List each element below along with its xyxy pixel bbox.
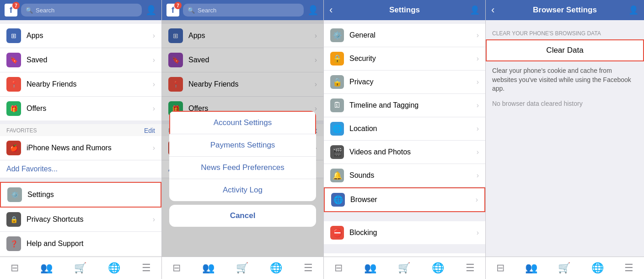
security-label: Security: [349, 55, 477, 63]
offers-icon: 🎁: [6, 101, 21, 116]
clear-data-button[interactable]: Clear Data: [486, 39, 644, 61]
panel1-saved-item[interactable]: 🔖 Saved ›: [0, 48, 161, 72]
p2-tab-menu[interactable]: ☰: [304, 262, 313, 274]
news-feed-item[interactable]: News Feed Preferences: [169, 157, 316, 179]
p2-tab-friends[interactable]: 👥: [202, 262, 215, 274]
blocking-label: Blocking: [349, 229, 477, 237]
help-icon: ❓: [6, 236, 21, 251]
privacy-icon: 🔒: [6, 212, 21, 227]
settings-group-2: ⛔ Blocking ›: [324, 221, 485, 244]
p2-tab-globe[interactable]: 🌐: [270, 262, 282, 274]
chevron-icon: ›: [477, 229, 479, 237]
help-support-item[interactable]: ❓ Help and Support: [0, 232, 161, 256]
cancel-button[interactable]: Cancel: [169, 205, 316, 227]
settings-group-3: 🔔 Notifications › 💬 Text Messaging › 📡 F…: [324, 253, 485, 257]
sounds-row[interactable]: 🔔 Sounds ›: [324, 164, 485, 187]
location-label: Location: [349, 125, 477, 133]
privacy-label: Privacy Shortcuts: [27, 215, 153, 224]
edit-button[interactable]: Edit: [144, 127, 155, 134]
panel1-nearby-item[interactable]: 📍 Nearby Friends ›: [0, 72, 161, 97]
news-feed-label: News Feed Preferences: [201, 163, 284, 172]
panel2-fb-logo-wrap: f 7: [166, 4, 179, 16]
p3-tab-menu[interactable]: ☰: [466, 262, 475, 274]
cancel-label: Cancel: [230, 211, 256, 220]
p4-tab-globe[interactable]: 🌐: [591, 262, 604, 274]
apps-label: Apps: [27, 32, 153, 40]
sounds-icon: 🔔: [330, 169, 344, 182]
panel1-offers-item[interactable]: 🎁 Offers ›: [0, 97, 161, 120]
profile-icon[interactable]: 👤: [470, 5, 480, 15]
privacy-shortcuts-item[interactable]: 🔒 Privacy Shortcuts ›: [0, 208, 161, 232]
settings-item[interactable]: ⚙️ Settings: [0, 182, 161, 208]
settings-list: ⚙️ General › 🔒 Security › 🔒 Privacy › 🗓 …: [324, 20, 485, 257]
chevron-icon: ›: [153, 144, 155, 152]
panel4-navbar: ‹ Browser Settings 👤: [486, 0, 644, 20]
general-row[interactable]: ⚙️ General ›: [324, 24, 485, 47]
panel4-content: CLEAR YOUR PHONE'S BROWSING DATA Clear D…: [486, 20, 644, 257]
p4-tab-home[interactable]: ⊟: [496, 262, 504, 274]
location-row[interactable]: 🌐 Location ›: [324, 117, 485, 141]
chevron-icon: ›: [153, 80, 155, 88]
activity-log-item[interactable]: Activity Log: [169, 179, 316, 201]
p2-tab-store[interactable]: 🛒: [236, 262, 248, 274]
browser-label: Browser: [350, 196, 476, 204]
fb-logo-wrap: f 7: [5, 4, 17, 16]
panel4-back-button[interactable]: ‹: [491, 4, 494, 16]
privacy-row[interactable]: 🔒 Privacy ›: [324, 71, 485, 94]
privacy-icon: 🔒: [330, 75, 344, 89]
add-favorites-item[interactable]: Add Favorites...: [0, 160, 161, 178]
blocking-row[interactable]: ⛔ Blocking ›: [324, 221, 485, 244]
chevron-icon: ›: [477, 78, 479, 86]
p3-tab-store[interactable]: 🛒: [398, 262, 410, 274]
panel2-navbar: f 7 🔍 Search 👤: [162, 0, 323, 20]
p4-tab-store[interactable]: 🛒: [558, 262, 570, 274]
videos-row[interactable]: 🎬 Videos and Photos ›: [324, 141, 485, 164]
favorites-header: FAVORITES Edit: [0, 124, 161, 136]
back-button[interactable]: ‹: [329, 4, 333, 16]
panel3-navbar: ‹ Settings 👤: [324, 0, 485, 20]
panel4-profile-icon[interactable]: 👤: [628, 5, 639, 15]
p4-tab-friends[interactable]: 👥: [525, 262, 537, 274]
notifications-row[interactable]: 🔔 Notifications ›: [324, 253, 485, 257]
panel-2: f 7 🔍 Search 👤 ⊞ Apps › 🔖 Saved ›: [162, 0, 324, 279]
p3-tab-home[interactable]: ⊟: [334, 262, 343, 274]
browser-row[interactable]: 🌐 Browser ›: [324, 187, 485, 212]
notification-badge: 7: [12, 2, 20, 9]
tab-friends[interactable]: 👥: [40, 262, 53, 274]
panel2-search[interactable]: 🔍 Search: [183, 4, 304, 16]
clear-data-section-title: CLEAR YOUR PHONE'S BROWSING DATA: [486, 24, 644, 39]
modal-overlay: Account Settings Payments Settings News …: [162, 20, 323, 257]
browser-description: Clear your phone's cookie and cache from…: [486, 62, 644, 98]
modal-container: Account Settings Payments Settings News …: [166, 107, 320, 230]
iphone-news-item[interactable]: 🍎 iPhone News and Rumors ›: [0, 136, 161, 160]
general-label: General: [349, 31, 477, 39]
p2-tab-home[interactable]: ⊟: [172, 262, 181, 274]
bottom-menu: ⚙️ Settings 🔒 Privacy Shortcuts › ❓ Help…: [0, 182, 161, 256]
payments-settings-item[interactable]: Payments Settings: [169, 134, 316, 157]
panel2-friends-icon[interactable]: 👤: [307, 5, 319, 16]
location-icon: 🌐: [330, 122, 344, 136]
account-settings-item[interactable]: Account Settings: [169, 111, 316, 134]
p4-tab-menu[interactable]: ☰: [624, 262, 633, 274]
offers-label: Offers: [27, 104, 153, 113]
blocking-icon: ⛔: [330, 226, 344, 240]
chevron-icon: ›: [477, 148, 479, 156]
tab-store[interactable]: 🛒: [74, 262, 86, 274]
settings-nav-title: Settings: [389, 5, 420, 15]
panel1-apps-item[interactable]: ⊞ Apps ›: [0, 24, 161, 48]
tab-menu[interactable]: ☰: [142, 262, 151, 274]
panel-1: f 7 🔍 Search 👤 ⊞ Apps › 🔖 Saved › 📍 Ne: [0, 0, 162, 279]
p3-tab-globe[interactable]: 🌐: [432, 262, 444, 274]
p3-tab-friends[interactable]: 👥: [364, 262, 376, 274]
timeline-row[interactable]: 🗓 Timeline and Tagging ›: [324, 94, 485, 117]
clear-data-label: Clear Data: [546, 46, 583, 55]
panel1-search[interactable]: 🔍 Search: [21, 4, 142, 16]
tab-home[interactable]: ⊟: [11, 262, 19, 274]
friends-icon[interactable]: 👤: [145, 5, 157, 16]
chevron-icon: ›: [476, 196, 478, 204]
security-icon: 🔒: [330, 52, 344, 66]
saved-icon: 🔖: [6, 53, 21, 67]
tab-globe[interactable]: 🌐: [108, 262, 120, 274]
security-row[interactable]: 🔒 Security ›: [324, 47, 485, 71]
panel2-notification-badge: 7: [174, 2, 182, 9]
